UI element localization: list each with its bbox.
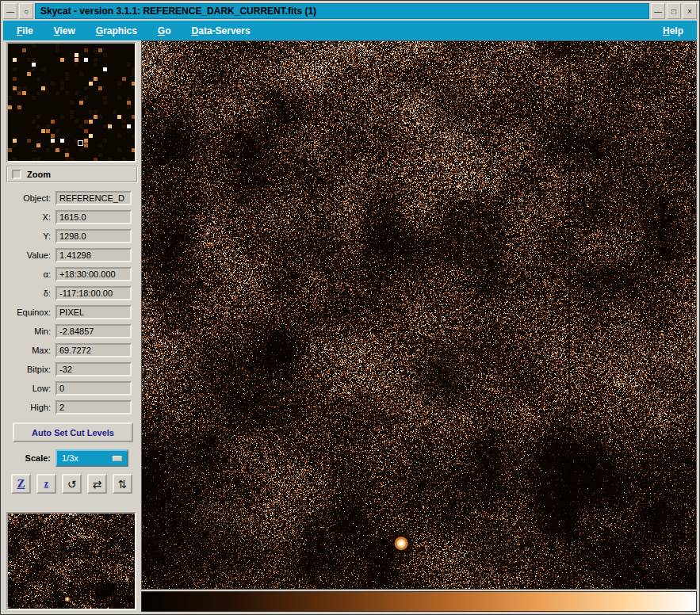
- field-row-ra: α:: [6, 265, 138, 284]
- value-label: Value:: [6, 250, 55, 260]
- min-label: Min:: [6, 327, 55, 336]
- bitpix-field[interactable]: [55, 362, 132, 376]
- min-field[interactable]: [55, 324, 132, 338]
- max-label: Max:: [6, 346, 55, 355]
- titlebar[interactable]: Skycat - version 3.1.1: REFERENCE_DARK_C…: [35, 3, 649, 19]
- x-label: X:: [6, 212, 55, 222]
- dec-label: δ:: [6, 288, 55, 298]
- auto-set-cut-levels-button[interactable]: Auto Set Cut Levels: [13, 422, 133, 442]
- object-field[interactable]: [55, 191, 132, 205]
- dropdown-indicator-icon: [113, 456, 122, 461]
- field-row-y: Y:: [6, 227, 138, 246]
- menubar: File View Graphics Go Data-Servers Help: [3, 21, 697, 40]
- y-label: Y:: [6, 231, 55, 241]
- max-field[interactable]: [55, 343, 132, 357]
- close-button[interactable]: ×: [683, 3, 697, 19]
- rotate-icon[interactable]: ↺: [62, 474, 82, 494]
- scale-dropdown[interactable]: 1/3x: [55, 449, 128, 467]
- scale-row: Scale: 1/3x: [6, 449, 138, 467]
- high-label: High:: [6, 403, 55, 412]
- scale-label: Scale:: [6, 453, 55, 463]
- field-row-low: Low:: [6, 379, 138, 398]
- field-row-equinox: Equinox:: [6, 303, 138, 322]
- dec-field[interactable]: [55, 286, 132, 300]
- menu-data-servers[interactable]: Data-Servers: [182, 23, 261, 39]
- object-label: Object:: [6, 193, 55, 203]
- skycat-window: — ○ Skycat - version 3.1.1: REFERENCE_DA…: [0, 0, 700, 615]
- menu-help[interactable]: Help: [652, 23, 694, 39]
- x-field[interactable]: [55, 210, 132, 224]
- pan-canvas[interactable]: [8, 514, 135, 609]
- zoom-in-button[interactable]: Z: [11, 474, 31, 494]
- field-row-dec: δ:: [6, 284, 138, 303]
- left-panel: Zoom Object: X: Y: Value:: [3, 40, 140, 612]
- field-row-max: Max:: [6, 341, 138, 360]
- zoom-checkbox-label: Zoom: [27, 170, 51, 179]
- pan-window[interactable]: [6, 512, 136, 610]
- menu-file[interactable]: File: [6, 23, 44, 39]
- y-field[interactable]: [55, 229, 132, 243]
- menu-go[interactable]: Go: [147, 23, 182, 39]
- colorbar: [141, 591, 697, 612]
- scale-value: 1/3x: [62, 453, 78, 463]
- flip-y-icon[interactable]: ⇅: [113, 474, 132, 494]
- ra-field[interactable]: [55, 267, 132, 281]
- field-row-object: Object:: [6, 189, 138, 208]
- info-form: Object: X: Y: Value: α:: [6, 189, 138, 417]
- field-row-min: Min:: [6, 322, 138, 341]
- window-shade-button[interactable]: ○: [19, 3, 33, 19]
- main-image-canvas[interactable]: [142, 41, 696, 589]
- window-menu-button[interactable]: —: [3, 3, 17, 19]
- equinox-field[interactable]: [55, 305, 132, 319]
- main-image-area[interactable]: [141, 40, 697, 590]
- value-field[interactable]: [55, 248, 132, 262]
- title-row: — ○ Skycat - version 3.1.1: REFERENCE_DA…: [3, 3, 697, 19]
- bitpix-label: Bitpix:: [6, 365, 55, 374]
- field-row-value: Value:: [6, 246, 138, 265]
- maximize-button[interactable]: □: [667, 3, 681, 19]
- iconify-button[interactable]: —: [651, 3, 665, 19]
- image-toolbar: Z z ↺ ⇄ ⇅: [11, 474, 138, 494]
- menu-graphics[interactable]: Graphics: [86, 23, 147, 39]
- flip-x-icon[interactable]: ⇄: [87, 474, 107, 494]
- window-title: Skycat - version 3.1.1: REFERENCE_DARK_C…: [40, 6, 316, 17]
- zoom-canvas: [8, 44, 135, 161]
- content: Zoom Object: X: Y: Value:: [3, 40, 697, 612]
- zoom-checkbox[interactable]: [12, 170, 21, 179]
- field-row-high: High:: [6, 398, 138, 417]
- image-column: [140, 40, 697, 612]
- low-field[interactable]: [55, 381, 132, 395]
- zoom-checkbox-row: Zoom: [6, 166, 138, 183]
- ra-label: α:: [6, 269, 55, 279]
- zoom-window: [6, 42, 136, 162]
- field-row-x: X:: [6, 208, 138, 227]
- zoom-out-button[interactable]: z: [36, 474, 56, 494]
- menu-view[interactable]: View: [44, 23, 86, 39]
- low-label: Low:: [6, 384, 55, 393]
- field-row-bitpix: Bitpix:: [6, 360, 138, 379]
- high-field[interactable]: [55, 400, 132, 414]
- equinox-label: Equinox:: [6, 308, 55, 317]
